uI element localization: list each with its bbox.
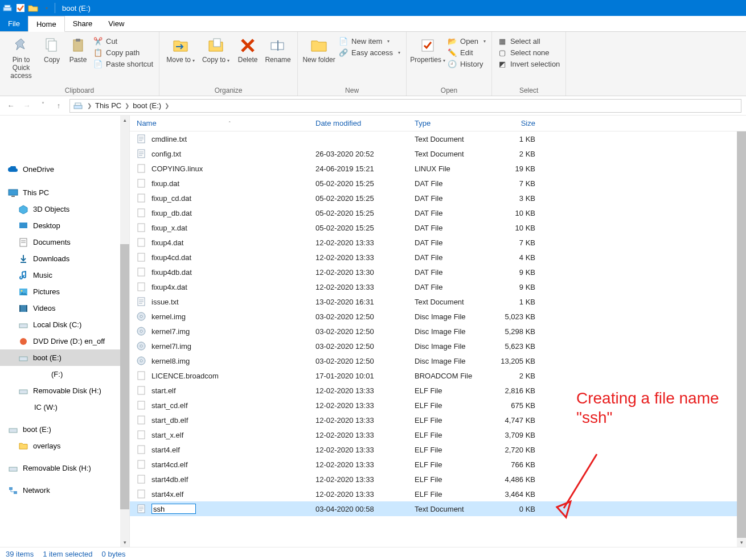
file-name: config.txt	[151, 150, 181, 158]
breadcrumb-this-pc[interactable]: This PC	[95, 101, 121, 110]
file-row[interactable]: LICENCE.broadcom17-01-2020 10:01BROADCOM…	[130, 368, 746, 383]
file-row[interactable]: fixup4.dat12-02-2020 13:33DAT File7 KB	[130, 235, 746, 250]
rename-input[interactable]	[151, 504, 196, 514]
nav-music[interactable]: Music	[0, 267, 129, 283]
file-row[interactable]: fixup_cd.dat05-02-2020 15:25DAT File3 KB	[130, 191, 746, 205]
nav-overlays[interactable]: overlays	[0, 438, 129, 454]
breadcrumb-drive-icon[interactable]	[73, 102, 84, 110]
recent-dropdown[interactable]: ˅	[36, 101, 49, 110]
scroll-down-icon[interactable]: ▾	[737, 538, 746, 547]
select-none-button[interactable]: ▢Select none	[498, 48, 560, 57]
nav-network[interactable]: Network	[0, 482, 129, 499]
column-name[interactable]: Name˄	[130, 119, 309, 127]
pin-to-quick-access-button[interactable]: Pin to Quick access	[3, 34, 39, 80]
file-date: 12-02-2020 13:33	[309, 238, 408, 247]
easy-access-button[interactable]: 🔗Easy access	[339, 48, 400, 57]
file-row[interactable]: start_cd.elf12-02-2020 13:33ELF File675 …	[130, 398, 746, 413]
open-button[interactable]: 📂Open	[448, 36, 486, 46]
file-row[interactable]: start4.elf12-02-2020 13:33ELF File2,720 …	[130, 442, 746, 457]
up-button[interactable]: ↑	[52, 101, 65, 110]
file-row[interactable]: fixup.dat05-02-2020 15:25DAT File7 KB	[130, 176, 746, 191]
nav-dvd-drive[interactable]: DVD Drive (D:) en_off	[0, 333, 129, 349]
nav-videos[interactable]: Videos	[0, 300, 129, 316]
file-row[interactable]: start.elf12-02-2020 13:33ELF File2,816 K…	[130, 383, 746, 398]
file-row[interactable]: fixup4cd.dat12-02-2020 13:33DAT File4 KB	[130, 250, 746, 265]
edit-button[interactable]: ✏️Edit	[448, 48, 486, 57]
nav-ic-w[interactable]: IC (W:)	[0, 399, 129, 415]
nav-downloads[interactable]: Downloads	[0, 250, 129, 267]
file-row[interactable]: start4db.elf12-02-2020 13:33ELF File4,48…	[130, 472, 746, 487]
file-type: Text Document	[408, 505, 491, 513]
file-row[interactable]: fixup4x.dat12-02-2020 13:33DAT File9 KB	[130, 279, 746, 294]
tab-view[interactable]: View	[100, 16, 132, 31]
properties-button[interactable]: Properties	[410, 34, 445, 65]
column-size[interactable]: Size	[491, 119, 541, 127]
nav-pictures[interactable]: Pictures	[0, 283, 129, 300]
nav-3d-objects[interactable]: 3D Objects	[0, 201, 129, 217]
file-icon	[137, 208, 146, 217]
file-row[interactable]: COPYING.linux24-06-2019 15:21LINUX File1…	[130, 161, 746, 176]
new-item-button[interactable]: 📄New item	[339, 36, 400, 46]
breadcrumb[interactable]: ❯ This PC ❯ boot (E:) ❯	[69, 99, 741, 113]
file-row[interactable]: fixup_db.dat05-02-2020 15:25DAT File10 K…	[130, 205, 746, 220]
back-button[interactable]: ←	[5, 101, 17, 110]
file-row[interactable]: cmdline.txtText Document1 KB	[130, 131, 746, 146]
qat-options[interactable]	[40, 2, 51, 14]
file-row[interactable]: start_x.elf12-02-2020 13:33ELF File3,709…	[130, 427, 746, 442]
forward-button[interactable]: →	[21, 101, 33, 110]
list-scrollbar[interactable]: ▴ ▾	[737, 116, 746, 547]
copy-path-button[interactable]: 📋Copy path	[93, 48, 153, 57]
file-row[interactable]: fixup4db.dat12-02-2020 13:30DAT File9 KB	[130, 265, 746, 279]
copy-button[interactable]: Copy	[39, 34, 65, 64]
breadcrumb-boot[interactable]: boot (E:)	[133, 101, 161, 110]
new-folder-button[interactable]: New folder	[301, 34, 337, 64]
nav-scroll-thumb[interactable]	[120, 244, 129, 509]
file-row[interactable]: kernel8.img03-02-2020 12:50Disc Image Fi…	[130, 353, 746, 368]
cut-button[interactable]: ✂️Cut	[93, 36, 153, 46]
nav-onedrive[interactable]: OneDrive	[0, 161, 129, 178]
file-row[interactable]: start4cd.elf12-02-2020 13:33ELF File766 …	[130, 457, 746, 472]
nav-documents[interactable]: Documents	[0, 234, 129, 250]
nav-this-pc[interactable]: This PC	[0, 184, 129, 201]
file-row[interactable]: start_db.elf12-02-2020 13:33ELF File4,74…	[130, 413, 746, 427]
tab-file[interactable]: File	[0, 16, 28, 31]
file-row[interactable]: start4x.elf12-02-2020 13:33ELF File3,464…	[130, 487, 746, 501]
nav-removable-h[interactable]: Removable Disk (H:)	[0, 382, 129, 399]
paste-shortcut-button[interactable]: 📄Paste shortcut	[93, 59, 153, 68]
rename-button[interactable]: Rename	[262, 34, 294, 64]
select-all-button[interactable]: ▦Select all	[498, 36, 560, 46]
nav-boot-e[interactable]: boot (E:)	[0, 349, 129, 366]
file-row[interactable]: kernel.img03-02-2020 12:50Disc Image Fil…	[130, 309, 746, 324]
folder-icon[interactable]	[27, 2, 39, 14]
scroll-up-icon[interactable]: ▴	[120, 116, 129, 125]
history-button[interactable]: 🕘History	[448, 59, 486, 68]
nav-desktop[interactable]: Desktop	[0, 217, 129, 234]
nav-f-drive[interactable]: (F:)	[0, 366, 129, 382]
nav-removable-h2[interactable]: Removable Disk (H:)	[0, 460, 129, 476]
file-icon	[137, 489, 146, 499]
file-row[interactable]: kernel7.img03-02-2020 12:50Disc Image Fi…	[130, 324, 746, 339]
column-type[interactable]: Type	[408, 119, 491, 127]
check-icon[interactable]	[15, 2, 26, 14]
file-size: 766 KB	[491, 460, 541, 469]
file-row[interactable]: config.txt26-03-2020 20:52Text Document2…	[130, 146, 746, 161]
copy-to-button[interactable]: Copy to	[198, 34, 233, 65]
chevron-right-icon[interactable]: ❯	[165, 102, 169, 109]
scroll-down-icon[interactable]: ▾	[120, 538, 129, 547]
file-row[interactable]: 03-04-2020 00:58Text Document0 KB	[130, 501, 746, 516]
move-to-button[interactable]: Move to	[163, 34, 198, 65]
tab-home[interactable]: Home	[28, 16, 65, 32]
column-date-modified[interactable]: Date modified	[309, 119, 408, 127]
tab-share[interactable]: Share	[65, 16, 101, 31]
chevron-right-icon[interactable]: ❯	[125, 102, 129, 109]
delete-button[interactable]: Delete	[233, 34, 262, 64]
invert-selection-button[interactable]: ◩Invert selection	[498, 59, 560, 68]
paste-button[interactable]: Paste	[65, 34, 91, 64]
file-row[interactable]: fixup_x.dat05-02-2020 15:25DAT File10 KB	[130, 220, 746, 235]
file-row[interactable]: kernel7l.img03-02-2020 12:50Disc Image F…	[130, 339, 746, 353]
chevron-right-icon[interactable]: ❯	[87, 102, 92, 109]
nav-local-disk-c[interactable]: Local Disk (C:)	[0, 316, 129, 333]
list-scroll-thumb[interactable]	[737, 125, 746, 538]
nav-boot-e-root[interactable]: boot (E:)	[0, 421, 129, 438]
file-row[interactable]: issue.txt13-02-2020 16:31Text Document1 …	[130, 294, 746, 309]
